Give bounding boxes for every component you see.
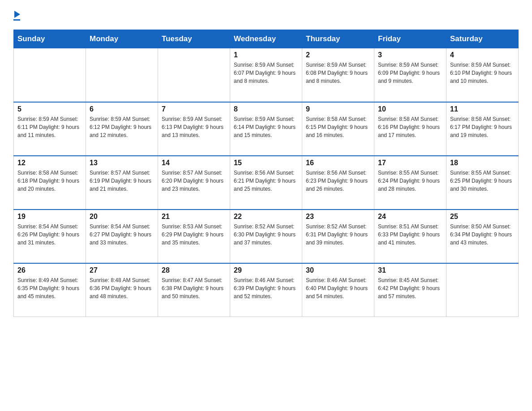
day-info: Sunrise: 8:58 AM Sunset: 6:15 PM Dayligh…: [306, 115, 370, 139]
day-info: Sunrise: 8:58 AM Sunset: 6:18 PM Dayligh…: [17, 169, 82, 193]
day-number: 1: [234, 51, 298, 59]
day-header-wednesday: Wednesday: [230, 30, 302, 48]
day-number: 13: [90, 159, 154, 167]
calendar-cell: 8Sunrise: 8:59 AM Sunset: 6:14 PM Daylig…: [230, 102, 302, 156]
day-number: 15: [234, 159, 298, 167]
day-info: Sunrise: 8:52 AM Sunset: 6:30 PM Dayligh…: [234, 223, 298, 247]
calendar-cell: 31Sunrise: 8:45 AM Sunset: 6:42 PM Dayli…: [374, 263, 446, 317]
calendar-cell: 25Sunrise: 8:50 AM Sunset: 6:34 PM Dayli…: [446, 210, 519, 263]
day-number: 24: [378, 213, 442, 221]
calendar-cell: 5Sunrise: 8:59 AM Sunset: 6:11 PM Daylig…: [14, 102, 86, 156]
day-number: 10: [378, 105, 442, 113]
day-info: Sunrise: 8:49 AM Sunset: 6:35 PM Dayligh…: [17, 276, 82, 300]
day-header-monday: Monday: [86, 30, 158, 48]
day-number: 26: [17, 266, 82, 274]
day-number: 7: [162, 105, 226, 113]
calendar-cell: 10Sunrise: 8:58 AM Sunset: 6:16 PM Dayli…: [374, 102, 446, 156]
calendar-cell: 7Sunrise: 8:59 AM Sunset: 6:13 PM Daylig…: [158, 102, 230, 156]
day-number: 29: [234, 266, 298, 274]
calendar-cell: 14Sunrise: 8:57 AM Sunset: 6:20 PM Dayli…: [158, 156, 230, 210]
calendar-cell: 22Sunrise: 8:52 AM Sunset: 6:30 PM Dayli…: [230, 210, 302, 263]
calendar-cell: 19Sunrise: 8:54 AM Sunset: 6:26 PM Dayli…: [14, 210, 86, 263]
day-info: Sunrise: 8:59 AM Sunset: 6:13 PM Dayligh…: [162, 115, 226, 139]
day-number: 22: [234, 213, 298, 221]
calendar-week-4: 19Sunrise: 8:54 AM Sunset: 6:26 PM Dayli…: [14, 210, 519, 263]
day-number: 3: [378, 51, 442, 59]
day-number: 27: [90, 266, 154, 274]
calendar-cell: 17Sunrise: 8:55 AM Sunset: 6:24 PM Dayli…: [374, 156, 446, 210]
calendar-cell: [158, 48, 230, 102]
logo-underline: [13, 19, 20, 21]
day-number: 21: [162, 213, 226, 221]
calendar-cell: 15Sunrise: 8:56 AM Sunset: 6:21 PM Dayli…: [230, 156, 302, 210]
day-header-friday: Friday: [374, 30, 446, 48]
calendar-week-5: 26Sunrise: 8:49 AM Sunset: 6:35 PM Dayli…: [14, 263, 519, 317]
calendar-cell: 11Sunrise: 8:58 AM Sunset: 6:17 PM Dayli…: [446, 102, 519, 156]
calendar-cell: 28Sunrise: 8:47 AM Sunset: 6:38 PM Dayli…: [158, 263, 230, 317]
calendar-cell: [86, 48, 158, 102]
day-number: 6: [90, 105, 154, 113]
calendar-week-2: 5Sunrise: 8:59 AM Sunset: 6:11 PM Daylig…: [14, 102, 519, 156]
calendar-cell: 27Sunrise: 8:48 AM Sunset: 6:36 PM Dayli…: [86, 263, 158, 317]
calendar-cell: 9Sunrise: 8:58 AM Sunset: 6:15 PM Daylig…: [302, 102, 374, 156]
calendar-table: SundayMondayTuesdayWednesdayThursdayFrid…: [13, 30, 519, 317]
calendar-cell: 2Sunrise: 8:59 AM Sunset: 6:08 PM Daylig…: [302, 48, 374, 102]
day-number: 5: [17, 105, 82, 113]
day-info: Sunrise: 8:59 AM Sunset: 6:14 PM Dayligh…: [234, 115, 298, 139]
day-info: Sunrise: 8:57 AM Sunset: 6:20 PM Dayligh…: [162, 169, 226, 193]
day-number: 4: [450, 51, 515, 59]
day-info: Sunrise: 8:58 AM Sunset: 6:16 PM Dayligh…: [378, 115, 442, 139]
day-info: Sunrise: 8:54 AM Sunset: 6:26 PM Dayligh…: [17, 223, 82, 247]
day-header-thursday: Thursday: [302, 30, 374, 48]
day-info: Sunrise: 8:50 AM Sunset: 6:34 PM Dayligh…: [450, 223, 515, 247]
day-info: Sunrise: 8:55 AM Sunset: 6:24 PM Dayligh…: [378, 169, 442, 193]
day-number: 17: [378, 159, 442, 167]
day-info: Sunrise: 8:47 AM Sunset: 6:38 PM Dayligh…: [162, 276, 226, 300]
day-number: 20: [90, 213, 154, 221]
day-number: 14: [162, 159, 226, 167]
calendar-cell: 23Sunrise: 8:52 AM Sunset: 6:31 PM Dayli…: [302, 210, 374, 263]
day-info: Sunrise: 8:59 AM Sunset: 6:12 PM Dayligh…: [90, 115, 154, 139]
calendar-cell: 3Sunrise: 8:59 AM Sunset: 6:09 PM Daylig…: [374, 48, 446, 102]
day-number: 30: [306, 266, 370, 274]
day-number: 12: [17, 159, 82, 167]
day-info: Sunrise: 8:59 AM Sunset: 6:10 PM Dayligh…: [450, 61, 515, 85]
day-info: Sunrise: 8:59 AM Sunset: 6:09 PM Dayligh…: [378, 61, 442, 85]
day-info: Sunrise: 8:58 AM Sunset: 6:17 PM Dayligh…: [450, 115, 515, 139]
calendar-cell: 26Sunrise: 8:49 AM Sunset: 6:35 PM Dayli…: [14, 263, 86, 317]
calendar-cell: [14, 48, 86, 102]
day-info: Sunrise: 8:55 AM Sunset: 6:25 PM Dayligh…: [450, 169, 515, 193]
calendar-cell: 18Sunrise: 8:55 AM Sunset: 6:25 PM Dayli…: [446, 156, 519, 210]
day-number: 2: [306, 51, 370, 59]
calendar-week-3: 12Sunrise: 8:58 AM Sunset: 6:18 PM Dayli…: [14, 156, 519, 210]
calendar-cell: 30Sunrise: 8:46 AM Sunset: 6:40 PM Dayli…: [302, 263, 374, 317]
day-number: 31: [378, 266, 442, 274]
day-number: 8: [234, 105, 298, 113]
calendar-cell: 13Sunrise: 8:57 AM Sunset: 6:19 PM Dayli…: [86, 156, 158, 210]
calendar-week-1: 1Sunrise: 8:59 AM Sunset: 6:07 PM Daylig…: [14, 48, 519, 102]
calendar-cell: 16Sunrise: 8:56 AM Sunset: 6:23 PM Dayli…: [302, 156, 374, 210]
day-info: Sunrise: 8:52 AM Sunset: 6:31 PM Dayligh…: [306, 223, 370, 247]
day-info: Sunrise: 8:48 AM Sunset: 6:36 PM Dayligh…: [90, 276, 154, 300]
calendar-cell: 20Sunrise: 8:54 AM Sunset: 6:27 PM Dayli…: [86, 210, 158, 263]
day-info: Sunrise: 8:56 AM Sunset: 6:21 PM Dayligh…: [234, 169, 298, 193]
day-number: 23: [306, 213, 370, 221]
day-info: Sunrise: 8:45 AM Sunset: 6:42 PM Dayligh…: [378, 276, 442, 300]
calendar-cell: [446, 263, 519, 317]
day-header-saturday: Saturday: [446, 30, 519, 48]
day-number: 9: [306, 105, 370, 113]
day-number: 18: [450, 159, 515, 167]
calendar-cell: 6Sunrise: 8:59 AM Sunset: 6:12 PM Daylig…: [86, 102, 158, 156]
day-info: Sunrise: 8:59 AM Sunset: 6:11 PM Dayligh…: [17, 115, 82, 139]
day-info: Sunrise: 8:51 AM Sunset: 6:33 PM Dayligh…: [378, 223, 442, 247]
calendar-cell: 21Sunrise: 8:53 AM Sunset: 6:29 PM Dayli…: [158, 210, 230, 263]
day-number: 28: [162, 266, 226, 274]
calendar-cell: 24Sunrise: 8:51 AM Sunset: 6:33 PM Dayli…: [374, 210, 446, 263]
day-number: 25: [450, 213, 515, 221]
day-info: Sunrise: 8:59 AM Sunset: 6:08 PM Dayligh…: [306, 61, 370, 85]
day-number: 11: [450, 105, 515, 113]
day-info: Sunrise: 8:53 AM Sunset: 6:29 PM Dayligh…: [162, 223, 226, 247]
calendar-cell: 29Sunrise: 8:46 AM Sunset: 6:39 PM Dayli…: [230, 263, 302, 317]
page-header: [13, 9, 519, 21]
day-header-tuesday: Tuesday: [158, 30, 230, 48]
